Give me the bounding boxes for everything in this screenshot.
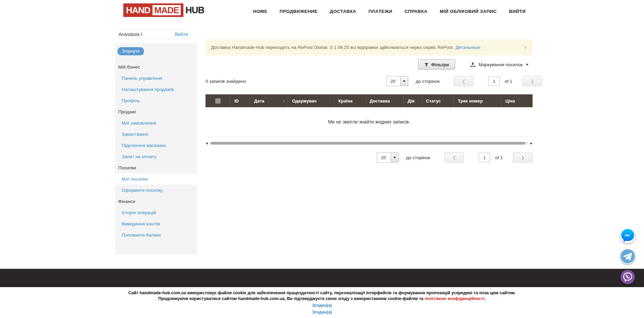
privacy-policy-link[interactable]: політикою конфіденційності [425,296,485,301]
cookie-footer: Сайт handmade-hub.com.ua використовує фа… [0,290,644,315]
messenger-button[interactable] [620,228,636,243]
parcels-table-body: Ми не змогли знайти жодних записів. [205,107,533,137]
next-page-button[interactable]: ❯ [522,76,542,86]
user-name: Anastasia I [119,32,142,37]
per-page-select[interactable]: 20 [377,152,399,163]
col-action[interactable]: Дія [403,94,422,107]
per-page-value: 20 [387,76,400,86]
handmade-hub-logo[interactable]: HAND MADE HUB [123,3,204,17]
nav-delivery[interactable]: ДОСТАВКА [330,9,356,14]
per-page-caret[interactable] [400,76,408,86]
sidebar-item-my-parcels[interactable]: Мої посилки [115,173,197,185]
main-content: Доставка Handmade-Hub переходить на RePo… [205,22,533,163]
page-input[interactable] [479,153,490,162]
banner-text: Доставка Handmade-Hub переходить на RePo… [211,45,454,50]
sidebar-item-my-orders[interactable]: Мої замовлення [115,117,197,129]
viber-button[interactable] [620,269,636,285]
footer-dark-bar [0,269,644,287]
parcels-table-header: ID Дата ↑ Одержувач Країна Доставка Дія … [205,94,533,107]
prev-page-button[interactable]: ❮ [454,76,473,86]
sidebar-menu: Мій бізнес Панель управління Налаштуванн… [115,61,197,241]
collapse-button[interactable]: Згорнути [118,47,144,55]
page-of-label: of 1 [504,79,512,84]
col-id[interactable]: ID [230,94,250,107]
parcel-marking-label: Маркування посилок [479,62,523,67]
chevron-right-icon: ❯ [531,79,534,84]
chevron-left-icon: ❮ [462,79,466,84]
chevron-down-icon [393,157,396,158]
cookie-line1: Сайт handmade-hub.com.ua використовує фа… [0,290,644,296]
scroll-right-icon[interactable]: ▶ [529,142,533,145]
nav-logout[interactable]: ВИЙТИ [509,9,526,14]
nav-home[interactable]: HOME [253,9,267,14]
scroll-left-icon[interactable]: ◀ [205,142,209,145]
sidebar-item-connected-shops[interactable]: Підключені магазини [115,140,197,151]
col-status[interactable]: Статус [422,94,453,107]
pagination-top: 20 до сторінок ❮ of 1 ❯ [386,76,542,86]
per-page-caret[interactable] [391,153,398,162]
sidebar-section-finances: Фінанси [115,196,197,207]
col-recipient[interactable]: Одержувач [288,94,334,107]
messenger-icon [620,228,636,243]
per-page-select[interactable]: 20 [386,76,408,86]
banner-details-link[interactable]: Детальніше [455,45,480,50]
agree-button-2[interactable]: Згоден(а) [0,310,644,315]
filters-button-label: Фільтри [431,62,449,67]
col-checkbox [205,94,230,107]
page-of-label: of 1 [495,155,503,160]
per-page-label: до сторінок [416,79,440,84]
close-icon[interactable]: × [524,44,527,50]
nav-help[interactable]: СПРАВКА [405,9,428,14]
sidebar-item-transaction-history[interactable]: Історія операцій [115,207,197,218]
scrollbar-thumb[interactable] [211,142,525,145]
col-country[interactable]: Країна [334,94,365,107]
nav-promotion[interactable]: ПРОДВИЖЕНИЕ [280,9,318,14]
sidebar-item-sales-settings[interactable]: Налаштування продажів [115,84,197,95]
prev-page-button[interactable]: ❮ [444,152,464,163]
nav-payments[interactable]: ПЛАТЕЖИ [369,9,392,14]
sidebar-item-uploaded[interactable]: Завантажені [115,129,197,140]
col-date[interactable]: Дата ↑ [250,94,288,107]
sidebar-panel: Згорнути Мій бізнес Панель управління На… [115,43,197,255]
sidebar-section-my-business: Мій бізнес [115,61,197,73]
sidebar-item-payment-request[interactable]: Запит на оплату [115,151,197,162]
sort-asc-icon[interactable]: ↑ [283,99,285,103]
sidebar: Anastasia I Вийти Згорнути Мій бізнес Па… [115,22,197,255]
col-date-label: Дата [254,98,264,104]
chevron-right-icon: ❯ [521,155,525,160]
col-price[interactable]: Ціна [501,94,533,107]
page-input[interactable] [488,76,500,86]
next-page-button[interactable]: ❯ [513,152,533,163]
user-row: Anastasia I Вийти [118,30,189,39]
records-count: 0 записів знайдено [205,79,246,84]
parcel-marking-dropdown[interactable]: Маркування посилок [470,62,529,67]
repost-notice-banner: Доставка Handmade-Hub переходить на RePo… [205,39,533,55]
toolbar: Фільтри Маркування посилок [205,59,533,70]
cookie-line2-suffix: . [485,296,486,301]
cookie-line2-text: Продовжуючи користуватися сайтом handmad… [158,296,425,301]
sidebar-item-withdraw-funds[interactable]: Виведення коштів [115,218,197,229]
per-page-value: 20 [377,153,391,162]
col-track-number[interactable]: Трек номер [453,94,501,107]
filters-button[interactable]: Фільтри [418,59,455,70]
agree-button-1[interactable]: Згоден(а) [0,303,644,308]
horizontal-scrollbar[interactable]: ◀ ▶ [205,141,533,146]
chevron-down-icon [526,64,529,66]
sidebar-item-dashboard[interactable]: Панель управління [115,73,197,84]
sidebar-item-create-parcel[interactable]: Оформити посилку [115,185,197,196]
sidebar-logout-link[interactable]: Вийти [175,32,188,37]
sidebar-item-profile[interactable]: Профіль [115,95,197,106]
empty-table-message: Ми не змогли знайти жодних записів. [328,119,410,125]
viber-icon [620,269,636,285]
social-buttons [620,228,636,285]
funnel-icon [424,62,429,67]
nav-my-account[interactable]: МІЙ ОБЛІКОВИЙ ЗАПИС [440,9,497,14]
telegram-button[interactable] [620,248,636,264]
col-delivery[interactable]: Доставка [365,94,403,107]
logo-hand: HAND [126,6,150,15]
select-all-checkbox[interactable] [215,98,220,104]
sidebar-item-top-up-balance[interactable]: Поповнити баланс [115,229,197,241]
cookie-line2: Продовжуючи користуватися сайтом handmad… [0,296,644,302]
chevron-down-icon [403,80,406,82]
telegram-icon [620,248,636,264]
